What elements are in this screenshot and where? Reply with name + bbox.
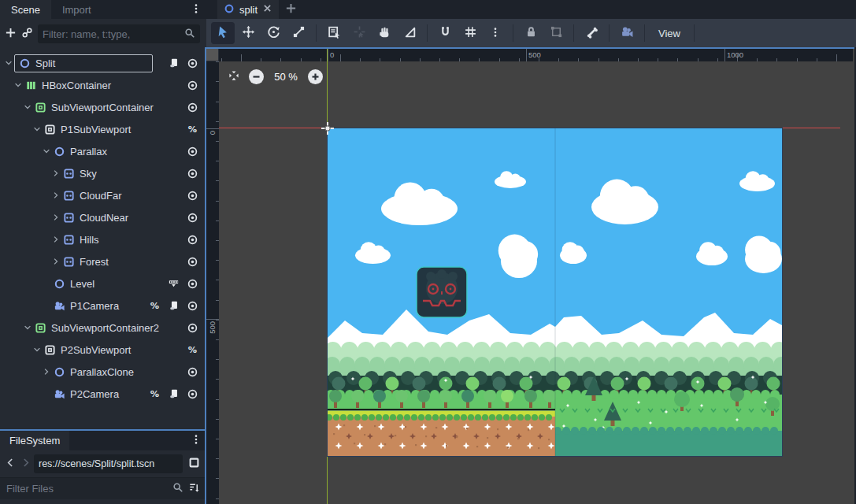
eye-icon[interactable]	[186, 321, 199, 335]
chevron-down-icon[interactable]	[13, 80, 24, 90]
eye-icon[interactable]	[186, 101, 199, 114]
current-path-input[interactable]	[39, 458, 178, 469]
file-filter-input[interactable]	[6, 483, 168, 495]
player-character[interactable]	[417, 267, 467, 317]
parallax-layer-icon	[61, 256, 76, 268]
tab-import[interactable]: Import	[51, 0, 102, 19]
eye-icon[interactable]	[186, 79, 199, 92]
tree-row-cloudnear[interactable]: CloudNear	[0, 206, 206, 228]
chevron-right-icon[interactable]	[50, 235, 61, 244]
eye-icon[interactable]	[186, 233, 199, 246]
script-icon	[167, 299, 180, 313]
chevron-right-icon[interactable]	[50, 169, 61, 178]
scene-tab-split[interactable]: split	[217, 0, 279, 19]
scene-tree: SplitHBoxContainerSubViewportContainerP1…	[0, 52, 206, 408]
camera-override-button[interactable]	[615, 22, 639, 44]
rotate-tool-button[interactable]	[261, 22, 285, 44]
tree-row-p2subviewport[interactable]: P2SubViewport%	[0, 339, 206, 361]
tree-row-hills[interactable]: Hills	[0, 228, 206, 250]
toolbar-separator	[513, 24, 513, 42]
toggle-split-mode-button[interactable]	[185, 455, 202, 472]
grid-snap-button[interactable]	[458, 22, 482, 44]
node-label: P1SubViewport	[61, 124, 131, 135]
parallax-scene	[328, 128, 782, 456]
eye-icon[interactable]	[186, 57, 199, 70]
chevron-down-icon[interactable]	[22, 102, 33, 112]
sort-files-icon[interactable]	[188, 482, 200, 496]
snap-options-button[interactable]	[484, 22, 507, 44]
chevron-right-icon[interactable]	[50, 213, 61, 222]
chevron-right-icon[interactable]	[50, 191, 61, 200]
tree-row-sky[interactable]: Sky	[0, 162, 206, 184]
tree-row-parallax[interactable]: Parallax	[0, 140, 206, 162]
scene-render[interactable]	[328, 128, 782, 456]
tree-row-forest[interactable]: Forest	[0, 250, 206, 272]
scale-tool-button[interactable]	[287, 22, 310, 44]
ruler-label: 0	[330, 50, 334, 59]
tree-row-p1subviewport[interactable]: P1SubViewport%	[0, 118, 206, 140]
node-label: ParallaxClone	[70, 366, 134, 378]
add-node-button[interactable]	[5, 25, 17, 43]
history-back-button[interactable]	[4, 455, 17, 472]
tree-row-p1camera[interactable]: P1Camera%	[0, 295, 206, 317]
select-tool-button[interactable]	[211, 22, 235, 44]
skeleton-button[interactable]	[580, 22, 603, 44]
new-scene-tab-button[interactable]	[279, 0, 302, 19]
eye-icon[interactable]	[186, 277, 199, 291]
eye-icon[interactable]	[186, 255, 199, 269]
tab-scene[interactable]: Scene	[0, 0, 51, 19]
filesystem-menu-icon[interactable]	[186, 431, 206, 450]
percent-icon: %	[148, 387, 161, 401]
ruler-tool-button[interactable]	[398, 22, 421, 44]
chevron-down-icon[interactable]	[22, 323, 33, 332]
zoom-in-button[interactable]	[308, 69, 323, 84]
move-tool-button[interactable]	[236, 22, 260, 44]
eye-icon[interactable]	[186, 189, 199, 202]
chevron-down-icon[interactable]	[31, 345, 43, 354]
tree-row-subviewportcontainer2[interactable]: SubViewportContainer2	[0, 317, 206, 339]
zoom-out-button[interactable]	[249, 69, 264, 84]
tree-row-hboxcontainer[interactable]: HBoxContainer	[0, 74, 206, 96]
chevron-down-icon[interactable]	[3, 58, 14, 68]
filesystem-filter-row	[0, 477, 206, 499]
viewport-canvas[interactable]: 05001000 0500 50 %	[205, 47, 854, 504]
view-menu-button[interactable]: View	[650, 22, 688, 44]
tree-row-level[interactable]: Level	[0, 272, 206, 295]
eye-icon[interactable]	[186, 387, 199, 401]
ruler-top: 05001000	[219, 49, 853, 61]
center-view-icon[interactable]	[227, 69, 241, 85]
chevron-right-icon[interactable]	[50, 257, 61, 266]
instance-scene-button[interactable]	[21, 25, 33, 43]
eye-icon[interactable]	[186, 365, 199, 379]
eye-icon[interactable]	[186, 211, 199, 224]
pan-tool-button[interactable]	[372, 22, 396, 44]
list-select-button[interactable]	[322, 22, 346, 44]
node-label: P1Camera	[70, 300, 119, 312]
tree-row-split[interactable]: Split	[0, 52, 206, 74]
chevron-right-icon[interactable]	[41, 367, 52, 376]
tree-row-parallaxclone[interactable]: ParallaxClone	[0, 361, 206, 383]
chevron-down-icon[interactable]	[41, 146, 52, 156]
history-forward-button[interactable]	[19, 455, 31, 472]
eye-icon[interactable]	[186, 145, 199, 158]
scene-filter-box	[38, 24, 200, 43]
close-tab-icon[interactable]	[262, 3, 272, 16]
chevron-down-icon[interactable]	[31, 124, 43, 134]
toolbar-separator	[644, 24, 645, 42]
zoom-level-label[interactable]: 50 %	[272, 71, 300, 83]
tree-row-cloudfar[interactable]: CloudFar	[0, 184, 206, 206]
group-button[interactable]	[544, 22, 568, 44]
smart-snap-button[interactable]	[433, 22, 457, 44]
node-rename-box[interactable]: Split	[14, 54, 153, 72]
node-label: HBoxContainer	[42, 80, 111, 91]
tree-row-p2camera[interactable]: P2Camera%	[0, 383, 206, 405]
position-select-button[interactable]	[347, 22, 371, 44]
tab-filesystem[interactable]: FileSystem	[0, 431, 69, 450]
tree-row-subviewportcontainer[interactable]: SubViewportContainer	[0, 96, 206, 118]
scene-filter-input[interactable]	[43, 28, 181, 40]
eye-icon[interactable]	[186, 299, 199, 313]
eye-icon[interactable]	[186, 167, 199, 180]
dock-menu-icon[interactable]	[186, 0, 206, 19]
lock-button[interactable]	[519, 22, 543, 44]
node-label: Hills	[80, 234, 99, 246]
